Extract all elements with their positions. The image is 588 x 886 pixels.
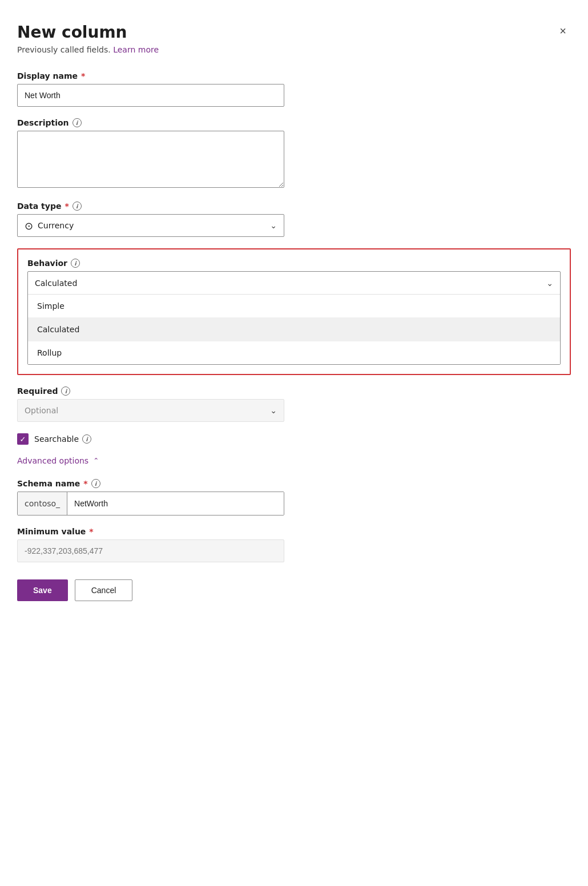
- description-info-icon[interactable]: i: [73, 118, 82, 127]
- subtitle-text: Previously called fields. Learn more: [17, 45, 571, 54]
- behavior-selected-display[interactable]: Calculated ⌄: [28, 272, 560, 295]
- data-type-select-display[interactable]: ⊙ Currency ⌄: [17, 214, 284, 237]
- display-name-section: Display name *: [17, 71, 571, 107]
- page-header: New column ×: [17, 23, 571, 42]
- searchable-label: Searchable i: [34, 434, 91, 444]
- page-title: New column: [17, 23, 127, 42]
- data-type-section: Data type * i ⊙ Currency ⌄: [17, 202, 571, 237]
- description-label: Description i: [17, 118, 571, 127]
- minimum-value-label: Minimum value *: [17, 527, 571, 536]
- save-button[interactable]: Save: [17, 579, 68, 601]
- behavior-label: Behavior i: [27, 259, 561, 268]
- behavior-info-icon[interactable]: i: [71, 259, 80, 268]
- button-row: Save Cancel: [17, 579, 571, 601]
- schema-name-required-star: *: [83, 479, 87, 488]
- behavior-dropdown: Calculated ⌄ Simple Calculated Rollup: [27, 271, 561, 365]
- behavior-options-list: Simple Calculated Rollup: [28, 295, 560, 364]
- schema-name-input[interactable]: [67, 492, 284, 515]
- minimum-value-section: Minimum value *: [17, 527, 571, 562]
- data-type-info-icon[interactable]: i: [73, 202, 82, 211]
- behavior-chevron-icon: ⌄: [546, 279, 553, 288]
- advanced-options-label: Advanced options: [17, 456, 88, 465]
- data-type-chevron-icon: ⌄: [270, 221, 277, 230]
- required-chevron-icon: ⌄: [270, 406, 277, 415]
- schema-prefix: contoso_: [18, 492, 67, 515]
- display-name-label: Display name *: [17, 71, 571, 80]
- behavior-section: Behavior i Calculated ⌄ Simple Calculate…: [17, 248, 571, 375]
- schema-name-info-icon[interactable]: i: [91, 479, 100, 488]
- behavior-option-simple[interactable]: Simple: [28, 295, 560, 318]
- currency-icon: ⊙: [25, 220, 33, 232]
- required-info-icon[interactable]: i: [61, 386, 70, 396]
- learn-more-link[interactable]: Learn more: [113, 45, 159, 54]
- searchable-checkbox[interactable]: ✓: [17, 433, 29, 445]
- searchable-info-icon[interactable]: i: [82, 434, 91, 444]
- schema-name-input-row: contoso_: [17, 492, 284, 516]
- data-type-select[interactable]: ⊙ Currency ⌄: [17, 214, 284, 237]
- advanced-options-chevron-icon: ⌃: [93, 457, 99, 465]
- schema-name-label: Schema name * i: [17, 479, 571, 488]
- data-type-required-star: *: [65, 202, 69, 211]
- advanced-options-toggle[interactable]: Advanced options ⌃: [17, 456, 571, 465]
- required-value: Optional: [25, 406, 58, 415]
- behavior-option-rollup[interactable]: Rollup: [28, 341, 560, 364]
- description-section: Description i: [17, 118, 571, 190]
- required-label: Required i: [17, 386, 571, 396]
- required-section: Required i Optional ⌄: [17, 386, 571, 422]
- checkbox-check-icon: ✓: [20, 435, 26, 444]
- data-type-value: Currency: [38, 221, 74, 230]
- page-container: New column × Previously called fields. L…: [17, 23, 571, 601]
- minimum-value-required-star: *: [89, 527, 93, 536]
- searchable-row: ✓ Searchable i: [17, 433, 571, 445]
- behavior-selected-value: Calculated: [35, 279, 77, 288]
- cancel-button[interactable]: Cancel: [75, 579, 133, 601]
- description-input[interactable]: [17, 131, 284, 188]
- header-left: New column: [17, 23, 127, 42]
- required-select[interactable]: Optional ⌄: [17, 399, 284, 422]
- behavior-dropdown-open: Calculated ⌄ Simple Calculated Rollup: [27, 271, 561, 365]
- data-type-label: Data type * i: [17, 202, 571, 211]
- display-name-input[interactable]: [17, 84, 284, 107]
- close-button[interactable]: ×: [555, 23, 571, 39]
- behavior-option-calculated[interactable]: Calculated: [28, 318, 560, 341]
- schema-name-section: Schema name * i contoso_: [17, 479, 571, 516]
- minimum-value-input[interactable]: [17, 539, 284, 562]
- required-star: *: [81, 71, 85, 80]
